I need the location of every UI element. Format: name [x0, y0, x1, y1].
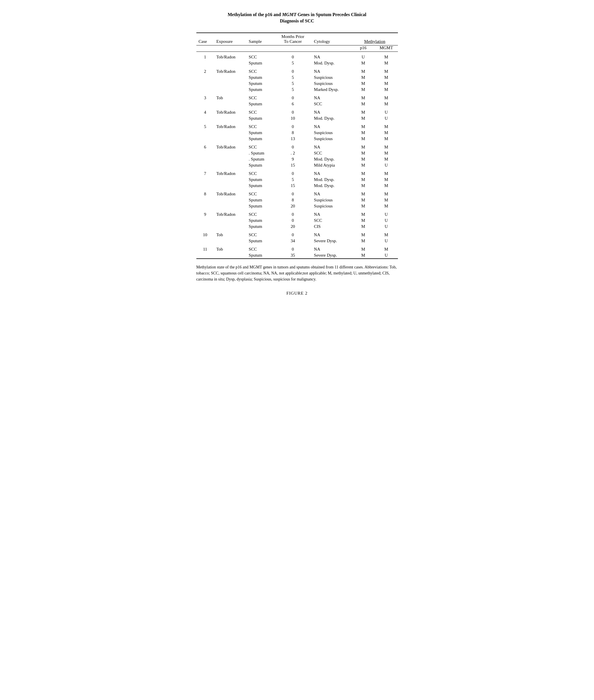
mgmt-value: M	[375, 51, 398, 60]
p16-value: M	[352, 86, 375, 93]
mgmt-value: U	[375, 238, 398, 244]
mgmt-value: U	[375, 209, 398, 217]
mgmt-value: M	[375, 101, 398, 107]
col-header-exposure: Exposure	[214, 33, 246, 45]
col-header-methylation: Methylation	[352, 33, 398, 45]
months-value: 20	[274, 203, 312, 209]
months-value: 0	[274, 93, 312, 101]
case-number: 6	[196, 142, 214, 168]
sample-value: . Sputum	[246, 156, 274, 162]
p16-value: M	[352, 252, 375, 259]
months-value: 5	[274, 86, 312, 93]
sample-value: Sputum	[246, 223, 274, 230]
table-row: 11TobSCC0NAMM	[196, 244, 398, 252]
mgmt-value: M	[375, 150, 398, 156]
sample-value: Sputum	[246, 136, 274, 142]
months-value: 34	[274, 238, 312, 244]
months-value: 0	[274, 217, 312, 223]
mgmt-value: M	[375, 80, 398, 86]
table-row: 10TobSCC0NAMM	[196, 230, 398, 238]
p16-value: M	[352, 209, 375, 217]
exposure-value: Tob/Radon	[214, 189, 246, 209]
p16-value: M	[352, 189, 375, 197]
table-caption: Methylation state of the p16 and MGMT ge…	[196, 264, 398, 282]
mgmt-value: M	[375, 244, 398, 252]
sample-value: Sputum	[246, 183, 274, 189]
sample-value: SCC	[246, 189, 274, 197]
mgmt-value: M	[375, 142, 398, 150]
cytology-value: Suspicious	[311, 74, 352, 80]
sample-value: SCC	[246, 107, 274, 115]
cytology-value: NA	[311, 93, 352, 101]
mgmt-value: M	[375, 93, 398, 101]
mgmt-value: M	[375, 156, 398, 162]
sample-value: . Sputum	[246, 150, 274, 156]
exposure-value: Tob/Radon	[214, 121, 246, 142]
cytology-value: CIS	[311, 223, 352, 230]
case-number: 4	[196, 107, 214, 121]
cytology-value: Mod. Dysp.	[311, 183, 352, 189]
p16-value: M	[352, 121, 375, 130]
mgmt-value: U	[375, 115, 398, 121]
col-header-mgmt: MGMT	[375, 45, 398, 51]
title-block: Methylation of the p16 and MGMT Genes in…	[196, 11, 398, 25]
months-value: 5	[274, 60, 312, 66]
months-value: 9	[274, 156, 312, 162]
p16-value: M	[352, 183, 375, 189]
months-value: 0	[274, 168, 312, 177]
sample-value: SCC	[246, 230, 274, 238]
mgmt-value: M	[375, 136, 398, 142]
sample-value: Sputum	[246, 74, 274, 80]
sample-value: SCC	[246, 66, 274, 74]
months-value: 35	[274, 252, 312, 259]
p16-value: M	[352, 107, 375, 115]
months-value: 0	[274, 244, 312, 252]
cytology-value: Marked Dysp.	[311, 86, 352, 93]
months-value: 0	[274, 121, 312, 130]
table-row: 9Tob/RadonSCC0NAMU	[196, 209, 398, 217]
months-value: 8	[274, 197, 312, 203]
cytology-value: Mod. Dysp.	[311, 177, 352, 183]
cytology-value: Suspicious	[311, 80, 352, 86]
table-row: 8Tob/RadonSCC0NAMM	[196, 189, 398, 197]
months-value: 0	[274, 66, 312, 74]
sample-value: SCC	[246, 168, 274, 177]
sample-value: Sputum	[246, 60, 274, 66]
mgmt-value: M	[375, 183, 398, 189]
months-value: 0	[274, 189, 312, 197]
cytology-value: SCC	[311, 101, 352, 107]
months-value: 13	[274, 136, 312, 142]
months-value: 15	[274, 183, 312, 189]
months-value: 20	[274, 223, 312, 230]
cytology-value: Mod. Dysp.	[311, 115, 352, 121]
table-row: 6Tob/RadonSCC0NAMM	[196, 142, 398, 150]
cytology-value: Severe Dysp.	[311, 238, 352, 244]
sample-value: SCC	[246, 121, 274, 130]
months-value: . 2	[274, 150, 312, 156]
mgmt-value: U	[375, 162, 398, 168]
col-header-sample: Sample	[246, 33, 274, 45]
exposure-value: Tob/Radon	[214, 107, 246, 121]
case-number: 7	[196, 168, 214, 189]
table-row: 2Tob/RadonSCC0NAMM	[196, 66, 398, 74]
mgmt-value: U	[375, 107, 398, 115]
table-header-row: Case Exposure Sample Months PriorTo Canc…	[196, 33, 398, 45]
sample-value: SCC	[246, 209, 274, 217]
table-row: 4Tob/RadonSCC0NAMU	[196, 107, 398, 115]
mgmt-value: M	[375, 230, 398, 238]
p16-value: M	[352, 177, 375, 183]
main-table: Case Exposure Sample Months PriorTo Canc…	[196, 33, 398, 259]
sample-value: SCC	[246, 244, 274, 252]
cytology-value: NA	[311, 168, 352, 177]
sample-value: Sputum	[246, 162, 274, 168]
sample-value: Sputum	[246, 197, 274, 203]
case-number: 1	[196, 51, 214, 66]
sample-value: Sputum	[246, 130, 274, 136]
case-number: 8	[196, 189, 214, 209]
table-row: 5Tob/RadonSCC0NAMM	[196, 121, 398, 130]
mgmt-value: M	[375, 86, 398, 93]
exposure-value: Tob	[214, 230, 246, 244]
cytology-value: SCC	[311, 217, 352, 223]
exposure-value: Tob	[214, 244, 246, 259]
case-number: 10	[196, 230, 214, 244]
